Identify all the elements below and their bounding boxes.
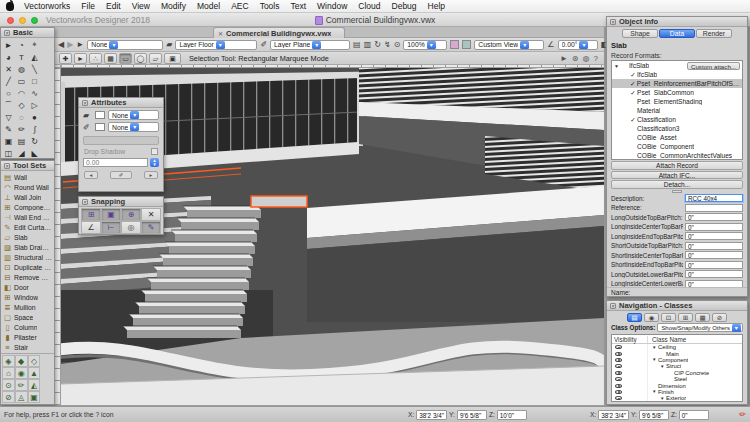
pen-swatch[interactable] <box>462 40 471 49</box>
attach-ifc-button[interactable]: Attach IFC... <box>611 171 743 180</box>
x-coordinate-field[interactable]: 38'2 3/4" <box>598 410 629 420</box>
object-info-tab[interactable]: Render <box>696 29 732 38</box>
toolset-item[interactable]: ▢ Space <box>1 312 54 322</box>
toolset-item[interactable]: ✎ Edit Curtain... <box>1 222 54 232</box>
mode-button[interactable]: ◯ <box>134 53 147 64</box>
zoom-dropdown[interactable]: 100% ▾ <box>403 40 447 50</box>
modebar-icon[interactable]: ⊛ <box>572 54 579 63</box>
active-layer-dropdown[interactable]: Layer Floor ▾ <box>175 40 257 50</box>
field-input[interactable]: 0" <box>685 280 743 287</box>
toolset-item[interactable]: ≣ Mullion <box>1 302 54 312</box>
basic-tool-icon[interactable]: ○ <box>2 87 15 99</box>
basic-tool-icon[interactable]: ▭ <box>15 75 28 87</box>
close-icon[interactable]: ✕ <box>4 30 10 36</box>
nav-tab-views-icon[interactable]: ▦ <box>695 313 710 322</box>
toolset-item[interactable]: ⊞ Window <box>1 292 54 302</box>
basic-tool-icon[interactable]: ◭ <box>28 51 41 63</box>
pen-color-swatch[interactable] <box>95 123 105 131</box>
toolset-item[interactable]: ▱ Slab <box>1 232 54 242</box>
paint-bucket-icon[interactable]: ▰ <box>166 40 172 50</box>
toolset-category-icon[interactable]: ◬ <box>15 391 28 403</box>
toolset-item[interactable]: ▮ Pilaster <box>1 332 54 342</box>
attr-eyedropper-button[interactable]: ✐ <box>110 171 132 179</box>
menu-item[interactable]: File <box>81 1 95 11</box>
snap-toggle-icon[interactable]: ⊢ <box>101 221 121 234</box>
visibility-eye-icon[interactable] <box>615 371 622 375</box>
record-format-row[interactable]: ▼ ✓ Pset_SlabCommon <box>612 88 742 97</box>
object-info-tab[interactable]: Data <box>659 29 695 38</box>
record-format-row[interactable]: ▼ ✓ Classification <box>612 115 742 124</box>
forward-arrow-icon[interactable]: ▶ <box>67 40 73 50</box>
saved-views-dropdown[interactable]: None ▾ <box>87 40 163 50</box>
basic-tool-icon[interactable]: ∿ <box>28 87 41 99</box>
object-info-header[interactable]: ✕ Object Info <box>607 17 747 27</box>
shadow-offset-field[interactable]: 0.00 <box>83 158 148 167</box>
menu-item[interactable]: Tools <box>260 1 280 11</box>
menu-item[interactable]: Cloud <box>358 1 380 11</box>
back-arrow-icon[interactable]: ◀ <box>58 40 64 50</box>
x-coordinate-field[interactable]: 38'2 3/4" <box>416 410 447 420</box>
visibility-eye-icon[interactable] <box>615 352 622 356</box>
attributes-palette-header[interactable]: ✕ Attributes <box>79 98 163 108</box>
toolset-item[interactable]: ◠ Round Wall <box>1 182 54 192</box>
tab-close-icon[interactable]: ✕ <box>218 30 223 37</box>
field-input[interactable] <box>685 204 743 212</box>
object-info-tab[interactable]: Shape <box>622 29 658 38</box>
basic-tool-icon[interactable]: ▣ <box>2 135 15 147</box>
toolset-item[interactable]: ⊣ Wall End Cap <box>1 212 54 222</box>
visibility-eye-icon[interactable] <box>615 390 622 394</box>
mode-button[interactable]: ∴ <box>89 53 102 64</box>
attach-record-button[interactable]: Attach Record <box>611 161 743 170</box>
nav-tab-layers-icon[interactable]: ◉ <box>644 313 659 322</box>
close-icon[interactable]: ✕ <box>4 163 10 169</box>
toolset-category-icon[interactable]: ▣ <box>28 391 41 403</box>
snap-toggle-icon[interactable]: ▣ <box>101 208 121 221</box>
basic-tool-icon[interactable]: ▤ <box>15 135 28 147</box>
refresh-icon[interactable]: ↻ <box>374 40 381 50</box>
menu-item[interactable]: View <box>132 1 150 11</box>
rotation-dropdown[interactable]: 0.00° ▾ <box>558 40 598 50</box>
record-format-row[interactable]: ▼ ✓ IfcSlab <box>612 70 742 79</box>
snap-toggle-icon[interactable]: ⊕ <box>121 208 141 221</box>
menu-item[interactable]: Help <box>428 1 445 11</box>
nav-tab-references-icon[interactable]: ⊘ <box>712 313 727 322</box>
toolset-category-icon[interactable]: ◉ <box>15 367 28 379</box>
toolset-item[interactable]: ◧ Door <box>1 282 54 292</box>
apple-icon[interactable] <box>6 2 14 11</box>
basic-tool-icon[interactable]: ✕ <box>2 63 15 75</box>
y-coordinate-field[interactable]: 9'6 5/8" <box>639 410 669 420</box>
layer-plane-dropdown[interactable]: Layer Plane ▾ <box>270 40 350 50</box>
basic-tool-icon[interactable]: ⌖ <box>28 39 41 51</box>
menu-item[interactable]: Window <box>317 1 347 11</box>
close-icon[interactable]: ✕ <box>610 303 616 309</box>
mode-button[interactable]: ✚ <box>59 53 72 64</box>
basic-tool-icon[interactable]: ∫ <box>28 123 41 135</box>
field-input[interactable]: 0" <box>685 232 743 240</box>
snap-toggle-icon[interactable]: ⊞ <box>81 208 101 221</box>
toolset-item[interactable]: ▨ Slab Drainage <box>1 242 54 252</box>
visibility-eye-icon[interactable] <box>615 384 622 388</box>
toolset-category-icon[interactable]: ▲ <box>28 367 41 379</box>
record-format-row[interactable]: ▼ ✓ Pset_ReinforcementBarPitchOfSlab <box>612 79 742 88</box>
navigation-header[interactable]: ✕ Navigation - Classes <box>607 301 747 311</box>
nav-tab-viewports-icon[interactable]: ⊡ <box>661 313 676 322</box>
toolset-item[interactable]: ▯ Column <box>1 322 54 332</box>
mode-button[interactable]: ▱ <box>149 53 162 64</box>
basic-tool-icon[interactable]: ◔ <box>15 39 28 51</box>
pen-icon[interactable]: ✐ <box>260 40 267 50</box>
modebar-icon[interactable]: ◍ <box>583 54 590 63</box>
basic-tool-icon[interactable]: ◫ <box>2 147 15 159</box>
pen-style-dropdown[interactable]: None ▾ <box>108 122 159 132</box>
visibility-eye-icon[interactable] <box>615 345 622 349</box>
angle-icon[interactable]: ∠ <box>547 40 554 50</box>
record-format-row[interactable]: ▼ ✓ Classification3 <box>612 124 742 133</box>
record-format-row[interactable]: ▼ ✓ COBie_Asset <box>612 133 742 142</box>
sheet-icon[interactable]: ▤ <box>353 40 361 50</box>
fill-color-swatch[interactable] <box>95 111 105 119</box>
toolsets-palette-header[interactable]: ✕ Tool Sets <box>1 161 54 171</box>
basic-tool-icon[interactable]: ⌒ <box>2 99 15 111</box>
field-input[interactable]: 0" <box>685 251 743 259</box>
visibility-eye-icon[interactable] <box>615 358 622 362</box>
record-format-row[interactable]: ▼ ✓ Pset_ElementShading <box>612 97 742 106</box>
attr-next-button[interactable]: ▸ <box>144 171 158 179</box>
